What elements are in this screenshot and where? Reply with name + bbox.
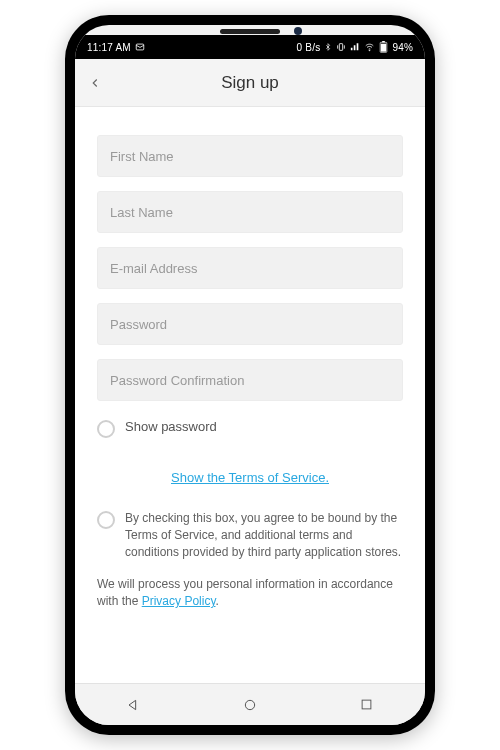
show-password-checkbox[interactable] bbox=[97, 420, 115, 438]
app-bar: Sign up bbox=[75, 59, 425, 107]
back-button[interactable] bbox=[75, 63, 115, 103]
nav-back-button[interactable] bbox=[113, 689, 153, 721]
svg-point-6 bbox=[245, 700, 254, 709]
password-field[interactable] bbox=[97, 303, 403, 345]
privacy-policy-link[interactable]: Privacy Policy bbox=[142, 594, 216, 608]
agree-checkbox[interactable] bbox=[97, 511, 115, 529]
terms-of-service-link[interactable]: Show the Terms of Service. bbox=[171, 470, 329, 485]
triangle-back-icon bbox=[125, 697, 141, 713]
signal-icon bbox=[350, 42, 360, 52]
status-bar: 11:17 AM 0 B/s bbox=[75, 35, 425, 59]
battery-icon bbox=[379, 41, 388, 53]
square-recent-icon bbox=[359, 697, 374, 712]
status-time: 11:17 AM bbox=[87, 42, 131, 53]
bluetooth-icon bbox=[324, 42, 332, 52]
svg-rect-4 bbox=[383, 41, 386, 42]
signup-form: Show password Show the Terms of Service.… bbox=[75, 107, 425, 683]
svg-rect-7 bbox=[362, 700, 371, 709]
screen: 11:17 AM 0 B/s bbox=[75, 25, 425, 725]
nav-home-button[interactable] bbox=[230, 689, 270, 721]
earpiece bbox=[220, 29, 280, 34]
message-icon bbox=[135, 42, 145, 52]
first-name-field[interactable] bbox=[97, 135, 403, 177]
nav-recent-button[interactable] bbox=[347, 689, 387, 721]
status-battery: 94% bbox=[392, 42, 413, 53]
agree-row: By checking this box, you agree to be bo… bbox=[97, 510, 403, 560]
show-password-row: Show password bbox=[97, 419, 403, 438]
android-nav-bar bbox=[75, 683, 425, 725]
svg-point-2 bbox=[369, 50, 370, 51]
privacy-suffix: . bbox=[216, 594, 219, 608]
vibrate-icon bbox=[336, 42, 346, 52]
svg-rect-5 bbox=[381, 44, 386, 52]
last-name-field[interactable] bbox=[97, 191, 403, 233]
tos-link-row: Show the Terms of Service. bbox=[97, 468, 403, 486]
chevron-left-icon bbox=[88, 76, 102, 90]
circle-home-icon bbox=[242, 697, 258, 713]
svg-rect-1 bbox=[340, 44, 343, 51]
privacy-text: We will process you personal information… bbox=[97, 576, 403, 610]
phone-frame: 11:17 AM 0 B/s bbox=[65, 15, 435, 735]
show-password-label: Show password bbox=[125, 419, 217, 434]
agree-text: By checking this box, you agree to be bo… bbox=[125, 510, 403, 560]
page-title: Sign up bbox=[75, 73, 425, 93]
status-data-rate: 0 B/s bbox=[297, 42, 321, 53]
password-confirm-field[interactable] bbox=[97, 359, 403, 401]
wifi-icon bbox=[364, 42, 375, 52]
email-field[interactable] bbox=[97, 247, 403, 289]
